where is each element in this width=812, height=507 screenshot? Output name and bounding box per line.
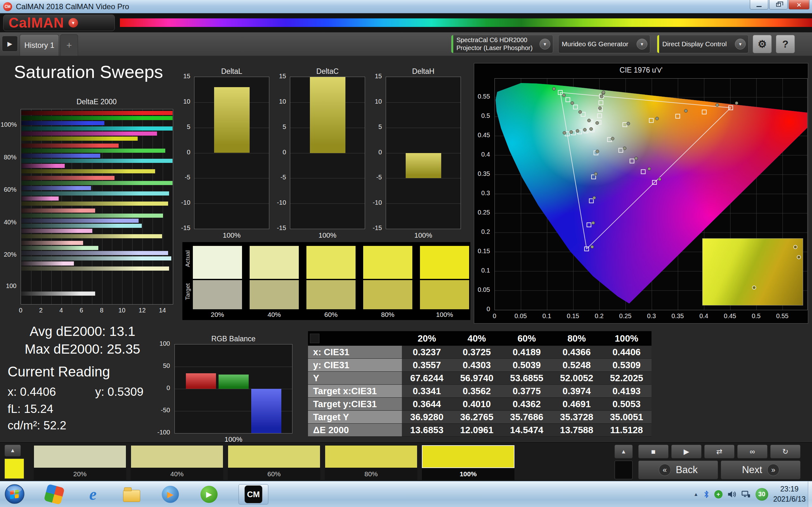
table-row[interactable]: y: CIE310.35570.43030.50390.52480.5309: [308, 359, 652, 372]
pattern-swatch[interactable]: 100%: [422, 443, 514, 481]
show-desktop-button[interactable]: [808, 481, 812, 507]
y-tick-label: 0.4: [475, 151, 490, 158]
bar: [21, 262, 74, 266]
source-dropdown[interactable]: Murideo 6G Generator ▼: [558, 35, 650, 53]
bar: [218, 375, 249, 389]
taskbar-clock[interactable]: 23:19 2021/6/13: [773, 484, 806, 504]
volume-icon[interactable]: [728, 490, 737, 498]
bar: [21, 191, 169, 195]
settings-button[interactable]: ⚙: [753, 35, 772, 53]
network-icon[interactable]: [742, 490, 751, 498]
table-row[interactable]: Target y:CIE310.36440.40100.43620.46910.…: [308, 398, 652, 411]
bar: [21, 144, 119, 148]
cie-measured-point: [600, 95, 603, 98]
taskbar-green-app[interactable]: ▶: [199, 484, 219, 504]
cie-measured-point: [735, 101, 738, 105]
table-cell: 0.4189: [502, 346, 552, 358]
tab-label: History 1: [24, 41, 55, 50]
display-dropdown[interactable]: Direct Display Control ▼: [657, 35, 749, 53]
table-cell: 0.4362: [502, 398, 552, 410]
y-axis-label: 40%: [1, 219, 16, 226]
y-tick-label: 0.05: [475, 286, 490, 293]
restore-button[interactable]: [769, 0, 788, 9]
swatch-column: 40%: [250, 242, 299, 320]
bar: [21, 111, 172, 115]
bar: [21, 126, 172, 130]
row-label: Y: [308, 372, 402, 384]
y-tick-label: 10: [270, 98, 286, 105]
pattern-swatch[interactable]: 40%: [131, 443, 223, 481]
calman-logo-text: CalMAN: [9, 16, 64, 30]
pattern-swatch[interactable]: 80%: [325, 443, 417, 481]
stop-button[interactable]: ■: [638, 445, 669, 458]
next-button[interactable]: Next »: [721, 460, 801, 480]
x-tick-label: 0.4: [699, 313, 708, 320]
ie-icon: e: [89, 486, 96, 503]
gridline: [386, 102, 461, 103]
cie-measured-point: [716, 103, 719, 107]
actual-swatch: [363, 246, 412, 279]
cie-measured-point: [658, 178, 661, 181]
taskbar-app-colorwheel[interactable]: [44, 484, 64, 504]
chevron-down-icon: ▼: [540, 39, 550, 49]
table-cell: 0.3725: [452, 346, 502, 358]
minimize-button[interactable]: [750, 0, 768, 9]
inset-measurement-dot: [752, 285, 756, 290]
table-cell: 0.4366: [552, 346, 601, 358]
help-button[interactable]: ?: [776, 35, 795, 53]
safely-remove-icon[interactable]: +: [714, 490, 722, 498]
taskbar-file-explorer[interactable]: [122, 484, 142, 504]
back-button[interactable]: « Back: [638, 460, 718, 480]
play-button[interactable]: ▶: [671, 445, 702, 458]
cie-measured-point: [592, 222, 595, 225]
plus-icon: +: [66, 40, 72, 51]
calman-logo-menu[interactable]: CalMAN ▼: [3, 14, 115, 31]
pattern-color: [422, 445, 514, 468]
y-tick-label: 0.1: [475, 267, 490, 274]
x-tick-label: 2: [39, 307, 43, 314]
cie-measured-point: [656, 117, 659, 120]
table-row[interactable]: Target Y36.928036.276535.768635.372835.0…: [308, 411, 652, 424]
up-arrow-icon: ▲: [10, 447, 15, 454]
table-row[interactable]: ΔE 200013.685312.096114.547413.758811.51…: [308, 424, 652, 437]
taskbar-internet-explorer[interactable]: e: [83, 484, 103, 504]
refresh-button[interactable]: ↻: [770, 445, 801, 458]
tray-expand-icon[interactable]: ▲: [694, 492, 699, 497]
tray-badge[interactable]: 30: [756, 488, 768, 501]
table-row[interactable]: Y67.624456.974053.685552.005252.2025: [308, 372, 652, 385]
loop-button[interactable]: ∞: [737, 445, 768, 458]
deltae-x-axis: 02468101214: [20, 307, 173, 315]
swatch-level-label: 60%: [306, 310, 356, 320]
add-tab-button[interactable]: +: [60, 34, 78, 56]
pattern-window-up-button[interactable]: ▲: [614, 445, 633, 458]
tab-history-1[interactable]: History 1: [20, 34, 59, 56]
pattern-swatch[interactable]: 20%: [34, 443, 126, 481]
pattern-up-button[interactable]: ▲: [4, 445, 21, 457]
cie-measured-point: [602, 91, 605, 94]
chevron-down-icon: ▼: [637, 39, 647, 49]
table-row[interactable]: Target x:CIE310.33410.35620.37750.39740.…: [308, 385, 652, 398]
table-row[interactable]: x: CIE310.32370.37250.41890.43660.4406: [308, 346, 652, 359]
step-button[interactable]: ⇄: [704, 445, 734, 458]
toolbar: ▶ History 1 + SpectraCal C6 HDR2000 Proj…: [0, 32, 812, 56]
table-header-corner: [308, 331, 402, 346]
table-cell: 0.5039: [502, 359, 552, 372]
bar: [21, 234, 162, 238]
target-swatch: [250, 280, 299, 309]
close-button[interactable]: ×: [789, 0, 809, 9]
y-axis-label: 60%: [1, 186, 16, 193]
taskbar-calman-active[interactable]: CM: [239, 484, 268, 504]
expand-panel-button[interactable]: ▶: [2, 36, 18, 52]
deltac-chart-title: DeltaC: [290, 67, 365, 76]
start-button[interactable]: [4, 484, 25, 504]
target-swatch: [306, 280, 356, 309]
taskbar-media-player[interactable]: ▶: [160, 484, 180, 504]
bluetooth-icon[interactable]: [704, 490, 709, 498]
bar: [21, 214, 163, 218]
pattern-swatch[interactable]: 60%: [228, 443, 320, 481]
gridline: [290, 153, 365, 153]
pattern-window-preview[interactable]: [614, 460, 633, 480]
meter-dropdown[interactable]: SpectraCal C6 HDR2000 Projector (Laser P…: [451, 35, 553, 53]
table-cell: 0.4406: [602, 346, 652, 358]
x-tick-label: 0.1: [542, 313, 551, 320]
